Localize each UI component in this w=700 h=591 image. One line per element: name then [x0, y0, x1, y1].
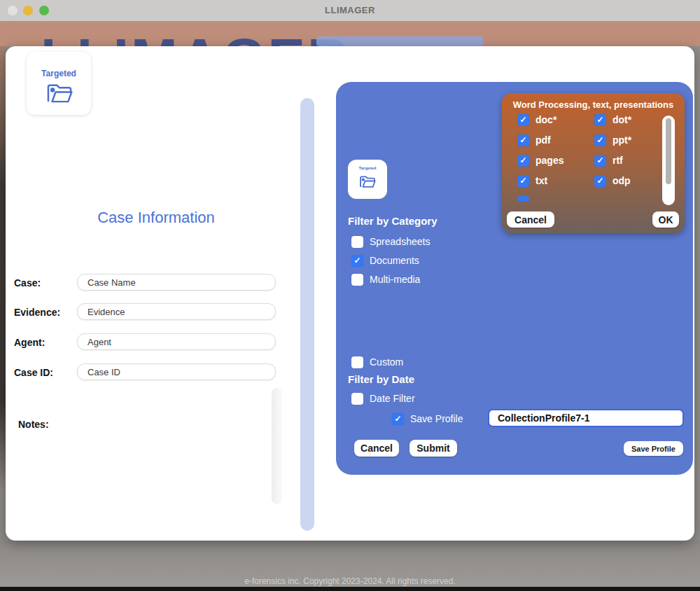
checkbox-row-date-filter[interactable]: Date Filter [351, 392, 415, 405]
documents-label: Documents [370, 255, 419, 266]
mini-badge-label: Targeted [348, 166, 387, 170]
checkbox-row-multimedia[interactable]: Multi-media [351, 273, 420, 286]
rtf-checkbox[interactable] [594, 155, 606, 167]
checkbox-row-save-profile[interactable]: Save Profile [392, 412, 463, 425]
checkbox-row-rtf[interactable]: rtf [594, 154, 623, 167]
date-filter-label: Date Filter [370, 393, 415, 404]
ppt-label: ppt* [612, 134, 631, 146]
filter-panel: Targeted Filter by Category Spreadsheets… [336, 82, 693, 475]
targeted-mode-badge[interactable]: Targeted [27, 52, 91, 115]
pane-divider-scrollbar[interactable] [300, 98, 314, 531]
dot-checkbox[interactable] [594, 114, 606, 126]
agent-label: Agent: [14, 337, 45, 348]
popup-cancel-button[interactable]: Cancel [507, 211, 554, 228]
pages-label: pages [536, 155, 564, 166]
doc-label: doc* [536, 114, 556, 125]
save-profile-checkbox[interactable] [392, 413, 404, 425]
main-dialog: Targeted Case Information Case: Evidence… [6, 46, 694, 541]
rtf-label: rtf [612, 155, 623, 166]
date-filter-checkbox[interactable] [351, 393, 363, 405]
submit-button[interactable]: Submit [410, 440, 457, 457]
case-id-label: Case ID: [14, 367, 53, 378]
custom-label: Custom [370, 356, 403, 368]
background-left-edge [0, 46, 6, 541]
app-window: LLIMAGER LLIMAGER e-forensics inc. Copyr… [0, 0, 700, 591]
checkbox-row-dot[interactable]: dot* [594, 113, 631, 126]
spreadsheets-checkbox[interactable] [351, 236, 363, 248]
checkbox-row-doc[interactable]: doc* [517, 113, 556, 126]
targeted-mode-mini-badge: Targeted [348, 160, 387, 199]
notes-scrollbar[interactable] [272, 388, 282, 504]
checkbox-row-pdf[interactable]: pdf [517, 134, 551, 146]
case-id-input[interactable] [77, 363, 276, 380]
save-profile-label: Save Profile [410, 413, 463, 424]
agent-input[interactable] [77, 333, 276, 350]
file-type-popup: Word Processing, text, presentations doc… [502, 93, 685, 233]
checkbox-row-ppt[interactable]: ppt* [594, 134, 631, 146]
footer-area: e-forensics inc. Copyright 2023-2024. Al… [0, 541, 700, 587]
filter-by-date-heading: Filter by Date [348, 373, 414, 385]
checkbox-row-documents[interactable]: Documents [351, 254, 419, 267]
cancel-button[interactable]: Cancel [354, 440, 399, 457]
ppt-checkbox[interactable] [594, 134, 606, 146]
filter-by-category-heading: Filter by Category [348, 215, 438, 227]
title-bar: LLIMAGER [0, 0, 700, 22]
documents-checkbox[interactable] [351, 255, 363, 267]
copyright-text: e-forensics inc. Copyright 2023-2024. Al… [0, 576, 700, 586]
txt-label: txt [536, 175, 547, 186]
background-logo-text: LLIMAGER [41, 31, 350, 46]
popup-scrollbar-track[interactable] [662, 116, 675, 205]
pdf-checkbox[interactable] [517, 134, 529, 146]
targeted-badge-label: Targeted [27, 69, 91, 78]
txt-checkbox[interactable] [517, 175, 529, 187]
background-bottom-strip [0, 587, 700, 591]
odp-checkbox[interactable] [594, 175, 606, 187]
popup-title: Word Processing, text, presentations [502, 99, 685, 110]
multimedia-label: Multi-media [370, 274, 420, 285]
popup-ok-button[interactable]: OK [652, 211, 679, 228]
checkbox-row-txt[interactable]: txt [517, 174, 547, 187]
clipped-checkbox [517, 196, 529, 201]
checkbox-row-custom[interactable]: Custom [351, 356, 403, 368]
spreadsheets-label: Spreadsheets [370, 236, 430, 247]
odp-label: odp [612, 175, 631, 186]
background-logo-accent [316, 36, 483, 46]
dot-label: dot* [612, 114, 631, 125]
pdf-label: pdf [536, 134, 551, 146]
page-title: Case Information [6, 209, 307, 227]
popup-scrollbar-thumb[interactable] [666, 118, 671, 184]
notes-label: Notes: [18, 419, 49, 430]
multimedia-checkbox[interactable] [351, 274, 363, 286]
doc-checkbox[interactable] [517, 114, 529, 126]
background-banner: LLIMAGER [0, 21, 700, 46]
case-name-input[interactable] [77, 274, 276, 291]
save-profile-button[interactable]: Save Profile [624, 441, 683, 456]
window-title: LLIMAGER [0, 5, 700, 15]
checkbox-row-pages[interactable]: pages [517, 154, 564, 167]
custom-checkbox[interactable] [351, 356, 363, 368]
profile-name-input[interactable] [488, 409, 684, 427]
evidence-input[interactable] [77, 303, 276, 320]
checkbox-row-spreadsheets[interactable]: Spreadsheets [351, 235, 430, 248]
checkbox-row-odp[interactable]: odp [594, 174, 631, 187]
evidence-label: Evidence: [14, 307, 60, 318]
pages-checkbox[interactable] [517, 155, 529, 167]
case-label: Case: [14, 277, 41, 288]
